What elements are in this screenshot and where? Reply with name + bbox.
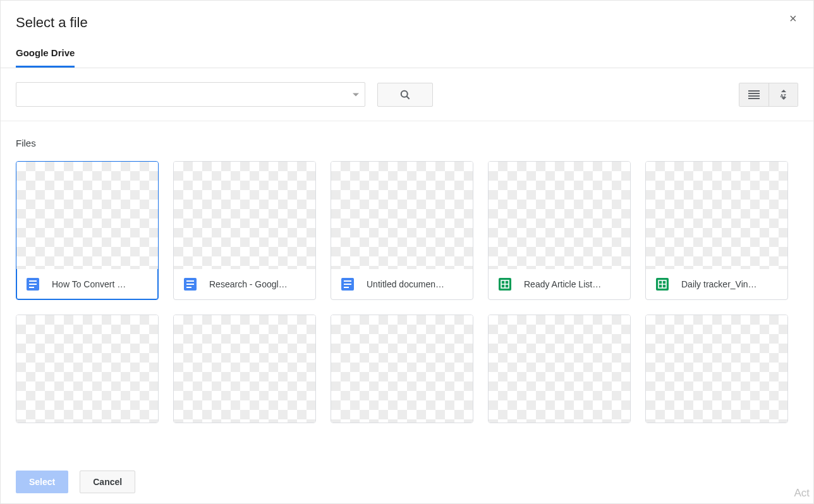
file-thumbnail [331, 162, 473, 269]
svg-rect-15 [344, 280, 351, 282]
file-thumbnail [646, 162, 787, 269]
file-card[interactable]: How To Convert … [16, 161, 159, 300]
sheets-icon [499, 278, 511, 291]
file-name: Research - Googl… [209, 279, 305, 289]
file-card[interactable]: Untitled documen… [331, 161, 473, 300]
svg-text:AZ: AZ [780, 93, 786, 97]
svg-rect-11 [29, 287, 34, 288]
section-label-files: Files [16, 138, 798, 148]
svg-line-1 [407, 96, 410, 99]
file-thumbnail [174, 315, 315, 423]
file-name: Untitled documen… [367, 279, 463, 289]
close-button[interactable]: × [789, 15, 799, 25]
file-name: Ready Article List… [524, 279, 620, 289]
svg-rect-10 [29, 284, 37, 285]
file-thumbnail [174, 162, 315, 269]
search-input[interactable] [16, 82, 365, 107]
svg-rect-12 [186, 280, 194, 282]
sort-az-button[interactable]: AZ [768, 83, 798, 106]
file-thumbnail [16, 162, 158, 269]
file-thumbnail [331, 315, 473, 423]
svg-rect-5 [748, 98, 760, 99]
dialog-header: Select a file × [1, 1, 813, 37]
file-card[interactable] [645, 315, 788, 423]
sheets-icon [656, 278, 669, 291]
sort-az-icon: AZ [778, 89, 789, 100]
file-thumbnail [489, 162, 630, 269]
search-icon [399, 88, 411, 101]
svg-rect-14 [186, 287, 191, 288]
file-card-footer: How To Convert … [16, 269, 158, 299]
svg-point-0 [401, 90, 408, 97]
docs-icon [184, 278, 197, 291]
tab-google-drive[interactable]: Google Drive [16, 37, 75, 68]
svg-rect-17 [344, 287, 349, 288]
toolbar: AZ [1, 68, 813, 121]
docs-icon [27, 278, 39, 291]
file-picker-dialog: Select a file × Google Drive [0, 0, 814, 504]
file-card[interactable] [173, 315, 316, 423]
file-thumbnail [16, 315, 158, 423]
file-thumbnail [646, 315, 787, 423]
file-name: Daily tracker_Vin… [681, 279, 777, 289]
svg-rect-3 [748, 93, 760, 94]
svg-rect-4 [748, 95, 760, 97]
file-card[interactable]: Ready Article List… [488, 161, 631, 300]
file-thumbnail [489, 315, 630, 423]
select-button[interactable]: Select [16, 471, 68, 493]
search-input-wrap [16, 82, 365, 107]
file-card[interactable] [488, 315, 631, 423]
svg-rect-13 [186, 284, 194, 285]
watermark-text: Act [794, 487, 810, 500]
file-name: How To Convert … [52, 279, 148, 289]
svg-marker-6 [781, 90, 786, 92]
svg-marker-8 [781, 97, 786, 100]
file-card[interactable]: Research - Googl… [173, 161, 316, 300]
svg-rect-9 [29, 280, 37, 282]
docs-icon [341, 278, 354, 291]
list-view-button[interactable] [739, 83, 768, 106]
file-card[interactable] [16, 315, 159, 423]
search-button[interactable] [377, 83, 433, 107]
dialog-footer: Select Cancel [1, 460, 813, 503]
file-card[interactable] [331, 315, 473, 423]
svg-rect-16 [344, 284, 351, 285]
source-tabs: Google Drive [1, 37, 813, 68]
cancel-button[interactable]: Cancel [80, 471, 135, 493]
list-icon [748, 90, 760, 99]
close-icon: × [789, 11, 797, 25]
file-card-footer: Untitled documen… [331, 269, 473, 299]
file-card-footer: Ready Article List… [489, 269, 630, 299]
file-grid: How To Convert …Research - Googl…Untitle… [16, 161, 798, 423]
svg-rect-2 [748, 90, 760, 92]
file-card-footer: Daily tracker_Vin… [646, 269, 787, 299]
chevron-down-icon[interactable] [353, 93, 359, 96]
dialog-title: Select a file [16, 15, 798, 31]
file-card-footer: Research - Googl… [174, 269, 315, 299]
file-content[interactable]: Files How To Convert …Research - Googl…U… [1, 121, 813, 460]
view-toggles: AZ [739, 83, 798, 107]
file-card[interactable]: Daily tracker_Vin… [645, 161, 788, 300]
